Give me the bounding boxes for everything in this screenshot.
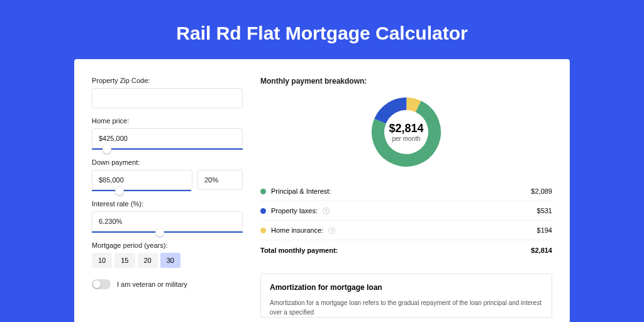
interest-rate-label: Interest rate (%):: [92, 200, 243, 208]
veteran-toggle[interactable]: [92, 279, 111, 289]
row-insurance: Home insurance: ? $194: [260, 221, 552, 240]
donut-amount: $2,814: [389, 122, 423, 135]
interest-rate-group: Interest rate (%):: [92, 200, 243, 233]
period-tab-30[interactable]: 30: [160, 253, 180, 268]
period-label: Mortgage period (years):: [92, 242, 243, 249]
row-label: Property taxes:: [271, 207, 318, 214]
row-taxes: Property taxes: ? $531: [260, 201, 552, 221]
home-price-label: Home price:: [92, 117, 243, 125]
down-payment-label: Down payment:: [92, 158, 243, 166]
amortization-card: Amortization for mortgage loan Amortizat…: [260, 274, 552, 318]
home-price-group: Home price:: [92, 117, 243, 150]
breakdown-rows: Principal & Interest: $2,089 Property ta…: [260, 181, 552, 260]
info-icon[interactable]: ?: [328, 227, 335, 234]
home-price-input[interactable]: [92, 128, 243, 148]
dot-icon: [260, 189, 266, 194]
period-tabs: 10 15 20 30: [92, 253, 243, 268]
down-payment-group: Down payment:: [92, 158, 243, 191]
down-payment-input[interactable]: [92, 170, 192, 190]
period-tab-15[interactable]: 15: [114, 253, 135, 268]
dot-icon: [260, 228, 266, 233]
row-total: Total monthly payment: $2,814: [260, 240, 552, 260]
page-title: Rail Rd Flat Mortgage Calculator: [0, 0, 644, 59]
inputs-panel: Property Zip Code: Home price: Down paym…: [92, 77, 243, 322]
home-price-slider[interactable]: [92, 148, 243, 150]
dot-icon: [260, 208, 266, 214]
veteran-row: I am veteran or military: [92, 279, 243, 289]
interest-rate-slider[interactable]: [92, 231, 243, 233]
interest-rate-slider-thumb[interactable]: [155, 228, 164, 236]
donut-sub: per month: [392, 135, 420, 142]
amortization-text: Amortization for a mortgage loan refers …: [270, 298, 543, 317]
row-value: $2,089: [531, 187, 552, 195]
period-group: Mortgage period (years): 10 15 20 30: [92, 242, 243, 268]
down-payment-slider-thumb[interactable]: [115, 186, 124, 195]
row-label: Home insurance:: [271, 226, 323, 234]
info-icon[interactable]: ?: [323, 208, 330, 214]
veteran-label: I am veteran or military: [117, 280, 187, 288]
interest-rate-input[interactable]: [92, 211, 243, 231]
row-value: $531: [537, 207, 552, 214]
donut-chart: $2,814 per month: [369, 94, 444, 170]
period-tab-20[interactable]: 20: [138, 253, 158, 268]
amortization-title: Amortization for mortgage loan: [270, 283, 543, 292]
period-tab-10[interactable]: 10: [92, 253, 112, 268]
calculator-card: Property Zip Code: Home price: Down paym…: [74, 59, 570, 322]
zip-label: Property Zip Code:: [92, 77, 243, 84]
breakdown-heading: Monthly payment breakdown:: [260, 77, 552, 86]
breakdown-panel: Monthly payment breakdown: $2,814 per mo…: [260, 77, 552, 322]
home-price-slider-thumb[interactable]: [103, 145, 111, 153]
row-value: $194: [537, 226, 552, 234]
zip-input[interactable]: [92, 88, 243, 108]
total-label: Total monthly payment:: [260, 247, 338, 254]
veteran-toggle-knob: [93, 280, 101, 288]
total-value: $2,814: [531, 247, 552, 254]
row-label: Principal & Interest:: [271, 187, 331, 195]
down-payment-pct-input[interactable]: [197, 170, 243, 190]
row-principal: Principal & Interest: $2,089: [260, 182, 552, 201]
down-payment-slider[interactable]: [92, 190, 191, 191]
zip-group: Property Zip Code:: [92, 77, 243, 108]
